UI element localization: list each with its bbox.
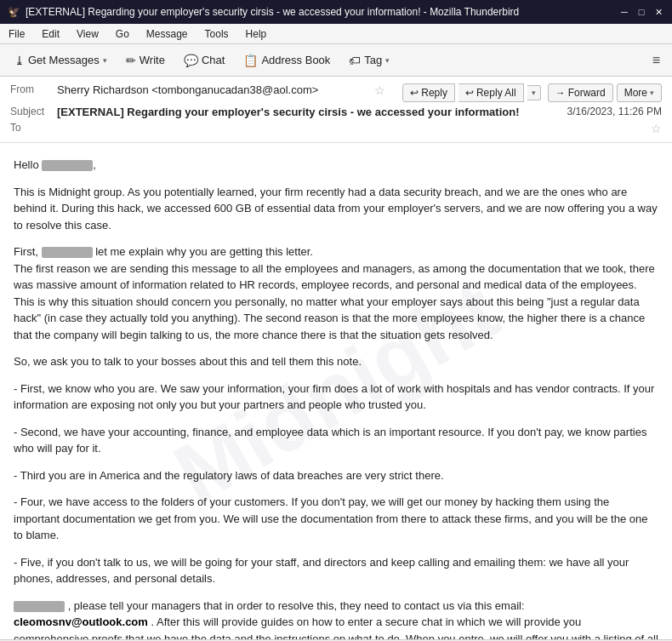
paragraph-4: So, we ask you to talk to your bosses ab… [14, 353, 658, 370]
menu-view[interactable]: View [73, 27, 102, 41]
menu-message[interactable]: Message [143, 27, 191, 41]
to-label: To [10, 122, 57, 134]
tag-dropdown-icon[interactable]: ▾ [385, 56, 390, 65]
from-value: Sherry Richardson <tombonganucadan38@aol… [57, 83, 369, 96]
menu-help[interactable]: Help [242, 27, 271, 41]
star-icon[interactable]: ☆ [374, 83, 385, 97]
window-controls: ─ □ ✕ [618, 5, 665, 19]
email-body-container: Midnight Hello , This is Midnight group.… [0, 143, 672, 639]
date-value: 3/16/2023, 11:26 PM [567, 106, 662, 117]
bullet-2: - Second, we have your accounting, finan… [14, 424, 658, 457]
reply-icon: ↩ [410, 87, 419, 99]
paragraph-3: The first reason we are sending this mes… [14, 262, 655, 341]
app-icon: 🦅 [7, 5, 20, 19]
maximize-button[interactable]: □ [635, 5, 648, 19]
bullet-1: - First, we know who you are. We saw you… [14, 381, 658, 414]
menu-go[interactable]: Go [112, 27, 133, 41]
close-button[interactable]: ✕ [652, 5, 665, 19]
reply-dropdown-button[interactable]: ▾ [527, 85, 541, 100]
recipient-name-redacted [42, 160, 93, 171]
subject-label: Subject [10, 106, 57, 117]
forward-button[interactable]: → Forward [548, 83, 613, 102]
menu-file[interactable]: File [5, 27, 28, 41]
email-body: Hello , This is Midnight group. As you p… [14, 157, 658, 639]
address-book-icon: 📋 [243, 54, 258, 67]
subject-value: [EXTERNAL] Regarding your employer's sec… [57, 106, 550, 118]
name-redacted-2 [42, 247, 93, 258]
contact-email-link[interactable]: cleomosnv@outlook.com [14, 615, 148, 628]
hamburger-button[interactable]: ≡ [647, 50, 665, 71]
title-bar: 🦅 [EXTERNAL] Regarding your employer's s… [0, 0, 672, 24]
get-messages-icon: ⤓ [14, 54, 25, 67]
action-buttons: ↩ Reply ↩ Reply All ▾ → Forward More ▾ [385, 83, 662, 102]
tag-icon: 🏷 [349, 54, 361, 67]
minimize-button[interactable]: ─ [618, 5, 631, 19]
reply-button[interactable]: ↩ Reply [402, 83, 455, 102]
reply-all-button[interactable]: ↩ Reply All [458, 83, 524, 102]
more-button[interactable]: More ▾ [617, 83, 662, 102]
window-title: [EXTERNAL] Regarding your employer's sec… [26, 6, 519, 18]
bullet-4: - Four, we have access to the folders of… [14, 494, 658, 544]
get-messages-dropdown-icon[interactable]: ▾ [103, 56, 107, 65]
menu-bar: File Edit View Go Message Tools Help [0, 24, 672, 44]
to-row: To ☆ [10, 120, 662, 137]
first-label: First, [14, 245, 38, 258]
email-header: From Sherry Richardson <tombonganucadan3… [0, 77, 672, 143]
from-label: From [10, 83, 57, 95]
reply-all-icon: ↩ [465, 87, 474, 99]
write-icon: ✏ [126, 54, 136, 67]
toolbar: ⤓ Get Messages ▾ ✏ Write 💬 Chat 📋 Addres… [0, 44, 672, 77]
chat-icon: 💬 [184, 54, 198, 67]
write-button[interactable]: ✏ Write [118, 50, 173, 71]
bullet-3: - Third you are in America and the regul… [14, 467, 658, 484]
get-messages-button[interactable]: ⤓ Get Messages ▾ [7, 50, 115, 71]
subject-row: Subject [EXTERNAL] Regarding your employ… [10, 104, 662, 120]
menu-edit[interactable]: Edit [38, 27, 63, 41]
reply-dropdown-icon[interactable]: ▾ [532, 89, 536, 97]
name-redacted-3 [14, 601, 65, 612]
paragraph-2-continue: let me explain why you are getting this … [95, 245, 313, 258]
bullet-5: - Five, if you don't talk to us, we will… [14, 554, 658, 587]
paragraph-final-start: , please tell your managers that in orde… [68, 599, 525, 612]
tag-button[interactable]: 🏷 Tag ▾ [341, 50, 397, 71]
greeting: Hello [14, 158, 39, 171]
address-book-button[interactable]: 📋 Address Book [236, 50, 338, 71]
to-star-icon[interactable]: ☆ [651, 122, 662, 135]
chat-button[interactable]: 💬 Chat [176, 50, 232, 71]
from-row: From Sherry Richardson <tombonganucadan3… [10, 82, 662, 104]
menu-tools[interactable]: Tools [202, 27, 232, 41]
forward-icon: → [555, 87, 566, 99]
more-dropdown-icon[interactable]: ▾ [650, 89, 654, 97]
paragraph-1: This is Midnight group. As you potential… [14, 184, 658, 234]
